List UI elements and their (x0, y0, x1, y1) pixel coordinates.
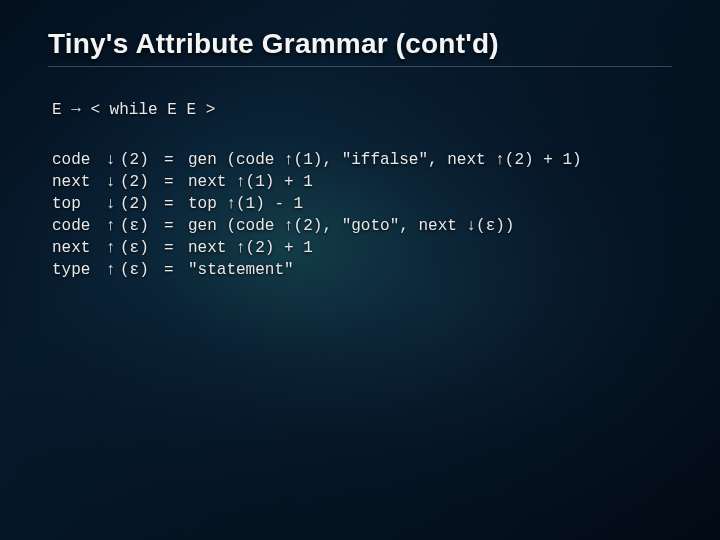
production-rule: E → < while E E > (52, 101, 672, 119)
attr-index: (ε) (120, 237, 164, 259)
attr-name: type (52, 259, 106, 281)
attr-name: code (52, 215, 106, 237)
attr-rhs: gen (code ↑(1), "iffalse", next ↑(2) + 1… (188, 149, 582, 171)
attr-row: type↑(ε)="statement" (52, 259, 582, 281)
title-rule (48, 66, 672, 67)
attr-index: (ε) (120, 259, 164, 281)
attr-rhs: "statement" (188, 259, 582, 281)
equals-sign: = (164, 215, 188, 237)
equals-sign: = (164, 193, 188, 215)
attr-index: (2) (120, 171, 164, 193)
attr-row: next↑(ε)=next ↑(2) + 1 (52, 237, 582, 259)
attr-index: (2) (120, 149, 164, 171)
attr-index: (2) (120, 193, 164, 215)
attr-name: top (52, 193, 106, 215)
attr-row: code↓(2)=gen (code ↑(1), "iffalse", next… (52, 149, 582, 171)
equals-sign: = (164, 171, 188, 193)
attr-rhs: top ↑(1) - 1 (188, 193, 582, 215)
arrow-up-icon: ↑ (106, 259, 120, 281)
arrow-down-icon: ↓ (106, 193, 120, 215)
attr-row: top↓(2)=top ↑(1) - 1 (52, 193, 582, 215)
slide: Tiny's Attribute Grammar (cont'd) E → < … (0, 0, 720, 540)
arrow-down-icon: ↓ (106, 149, 120, 171)
attr-name: next (52, 171, 106, 193)
attr-rhs: next ↑(1) + 1 (188, 171, 582, 193)
arrow-up-icon: ↑ (106, 237, 120, 259)
arrow-up-icon: ↑ (106, 215, 120, 237)
attribute-table: code↓(2)=gen (code ↑(1), "iffalse", next… (52, 149, 582, 281)
attr-name: next (52, 237, 106, 259)
attr-name: code (52, 149, 106, 171)
attr-row: next↓(2)=next ↑(1) + 1 (52, 171, 582, 193)
arrow-down-icon: ↓ (106, 171, 120, 193)
slide-title: Tiny's Attribute Grammar (cont'd) (48, 28, 672, 60)
attr-rhs: gen (code ↑(2), "goto", next ↓(ε)) (188, 215, 582, 237)
attr-index: (ε) (120, 215, 164, 237)
attr-row: code↑(ε)=gen (code ↑(2), "goto", next ↓(… (52, 215, 582, 237)
equals-sign: = (164, 149, 188, 171)
equals-sign: = (164, 259, 188, 281)
equals-sign: = (164, 237, 188, 259)
attr-rhs: next ↑(2) + 1 (188, 237, 582, 259)
